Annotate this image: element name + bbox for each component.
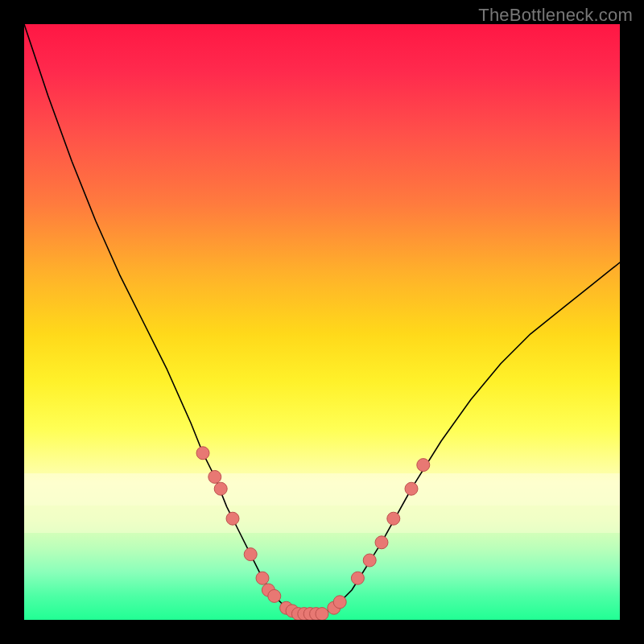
plot-area	[24, 24, 620, 620]
curve-marker	[363, 554, 376, 567]
curve-marker	[226, 512, 239, 525]
curve-marker	[387, 512, 400, 525]
curve-marker	[268, 589, 281, 602]
curve-marker	[196, 447, 209, 460]
curve-markers	[196, 447, 430, 620]
curve-marker	[208, 470, 221, 483]
curve-marker	[244, 548, 257, 561]
chart-frame: TheBottleneck.com	[0, 0, 644, 644]
curve-marker	[375, 536, 388, 549]
watermark-text: TheBottleneck.com	[478, 5, 633, 26]
curve-marker	[316, 608, 328, 620]
curve-marker	[405, 482, 418, 495]
curve-marker	[351, 572, 364, 584]
curve-marker	[256, 572, 269, 584]
bottleneck-curve	[24, 24, 620, 614]
curve-marker	[214, 482, 227, 495]
curve-layer	[24, 24, 620, 620]
curve-marker	[417, 459, 430, 472]
curve-marker	[333, 596, 346, 609]
